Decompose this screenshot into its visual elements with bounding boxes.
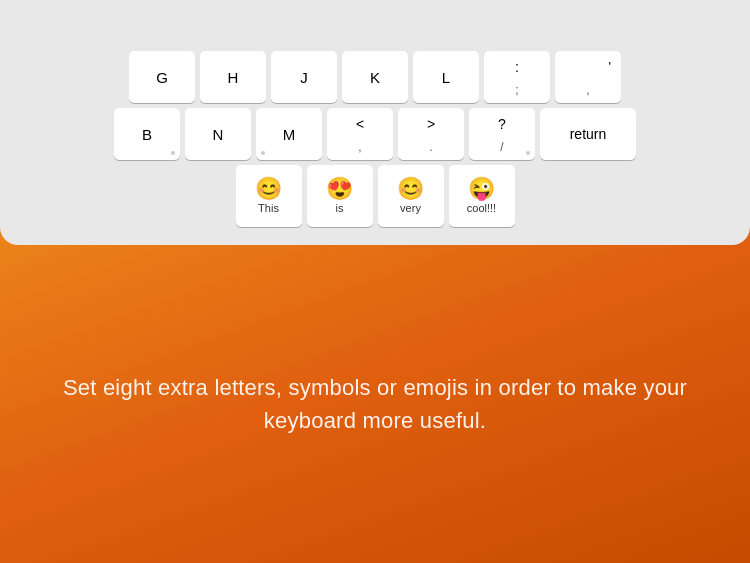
keyboard-rows: G H J K L : ; ' ,	[12, 51, 738, 227]
key-dot	[171, 151, 175, 155]
key-n[interactable]: N	[185, 108, 251, 160]
key-quote[interactable]: ' ,	[555, 51, 621, 103]
description-text: Set eight extra letters, symbols or emoj…	[60, 371, 690, 437]
key-colon[interactable]: : ;	[484, 51, 550, 103]
keyboard-row-3-emoji: 😊 This 😍 is 😊 very 😜 cool!!!	[236, 165, 515, 227]
key-g[interactable]: G	[129, 51, 195, 103]
key-dot-m	[261, 151, 265, 155]
keyboard-area: G H J K L : ; ' ,	[0, 0, 750, 245]
key-b[interactable]: B	[114, 108, 180, 160]
key-greater[interactable]: > .	[398, 108, 464, 160]
key-j[interactable]: J	[271, 51, 337, 103]
key-emoji-is[interactable]: 😍 is	[307, 165, 373, 227]
key-l[interactable]: L	[413, 51, 479, 103]
key-k[interactable]: K	[342, 51, 408, 103]
key-emoji-this[interactable]: 😊 This	[236, 165, 302, 227]
key-m[interactable]: M	[256, 108, 322, 160]
key-dot-q	[526, 151, 530, 155]
keyboard-row-1: G H J K L : ; ' ,	[129, 51, 621, 103]
key-less[interactable]: < ,	[327, 108, 393, 160]
keyboard-row-2: B N M < , > . ? /	[114, 108, 636, 160]
key-question[interactable]: ? /	[469, 108, 535, 160]
key-h[interactable]: H	[200, 51, 266, 103]
key-return[interactable]: return	[540, 108, 636, 160]
key-emoji-very[interactable]: 😊 very	[378, 165, 444, 227]
key-emoji-cool[interactable]: 😜 cool!!!	[449, 165, 515, 227]
description-area: Set eight extra letters, symbols or emoj…	[0, 245, 750, 563]
